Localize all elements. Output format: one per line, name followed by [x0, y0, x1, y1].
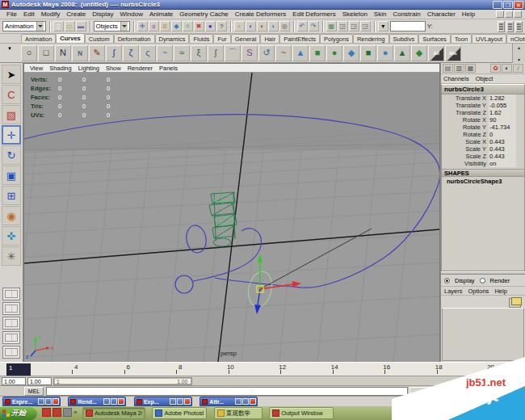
shelf-tool-icon[interactable]: ■ — [360, 45, 376, 61]
file-operation-icon[interactable]: ▭ — [65, 21, 75, 32]
maximize-icon[interactable] — [177, 398, 183, 405]
viewport-canvas[interactable]: y x z Verts: 0 0 0 — [24, 73, 439, 362]
toolbox-tool-icon[interactable]: ✳ — [2, 246, 21, 266]
restore-icon[interactable] — [235, 398, 242, 405]
maximize-icon[interactable] — [242, 398, 249, 405]
shelf-tool-icon[interactable]: ○ — [21, 45, 37, 61]
range-slider-bar[interactable]: 1 1.00 — [53, 377, 192, 385]
shelf-tab[interactable]: Hair — [260, 34, 279, 43]
display-radio[interactable] — [444, 278, 450, 284]
menu-item[interactable]: Help — [459, 10, 478, 18]
layer-editor-menu-item[interactable]: Help — [494, 288, 506, 295]
panel-menu-item[interactable]: View — [27, 65, 46, 72]
render-icon[interactable]: ◲ — [349, 21, 359, 32]
render-radio[interactable] — [480, 278, 485, 284]
timeline-tick[interactable]: 14 — [285, 363, 334, 376]
minimized-window[interactable]: Attr... — [200, 397, 258, 406]
menu-item[interactable]: Character — [424, 10, 459, 18]
channel-option-icon[interactable]: ◐ — [502, 64, 512, 73]
layout-two-pane-button[interactable] — [2, 317, 20, 330]
timeline-tick[interactable]: 22 — [494, 363, 525, 376]
selection-mask-icon[interactable]: ƨ — [149, 21, 159, 32]
toolbox-tool-icon[interactable]: ▣ — [2, 166, 21, 185]
channel-display-toggle-icon[interactable]: ▦ — [465, 64, 476, 73]
shelf-tool-icon[interactable]: ∫ — [208, 45, 224, 61]
minimized-window[interactable]: Rend... — [68, 397, 126, 406]
shelf-tab[interactable]: UVLayout — [472, 34, 506, 43]
toolbox-tool-icon[interactable]: ✜ — [2, 226, 21, 246]
current-frame-marker[interactable]: 1 — [6, 363, 31, 376]
menu-item[interactable]: Skeleton — [339, 10, 371, 18]
shelf-tool-icon[interactable]: ▲ — [394, 45, 410, 61]
toolbox-tool-icon[interactable]: ↻ — [2, 145, 21, 165]
channel-option-icon[interactable]: / — [513, 64, 523, 73]
overflow-chevron-icon[interactable]: » — [74, 409, 77, 416]
shelf-tool-icon[interactable]: ≈ — [174, 45, 190, 61]
layout-four-pane-button[interactable] — [2, 302, 20, 315]
shelf-tool-icon[interactable]: ↺ — [258, 45, 275, 61]
selection-mask-icon[interactable]: ● — [205, 21, 216, 32]
channel-attribute-row[interactable]: Rotate X 90 — [442, 116, 524, 124]
construction-history-icon[interactable]: ↶ — [297, 21, 308, 32]
channel-attribute-row[interactable]: Translate X 1.282 — [442, 94, 524, 102]
channel-attribute-value[interactable]: -41.734 — [489, 124, 516, 131]
menu-item[interactable]: Constrain — [389, 10, 423, 18]
shelf-tab[interactable]: Custom — [85, 34, 114, 43]
shelf-tab[interactable]: Subdivs — [389, 34, 419, 43]
timeline-tick[interactable]: 18 — [389, 363, 438, 376]
shape-name[interactable]: nurbsCircleShape3 — [442, 177, 524, 185]
timeline-tick[interactable]: 6 — [77, 363, 125, 376]
minimized-window[interactable]: Expre... — [2, 397, 61, 406]
shelf-tool-icon[interactable]: ʃ — [106, 45, 122, 61]
snap-mode-icon[interactable]: ◖ — [257, 21, 267, 32]
shelf-tab[interactable]: Fur — [213, 34, 230, 43]
taskbar-task[interactable]: Autodesk Maya 20.. — [82, 407, 145, 419]
menu-item[interactable]: Edit Deformers — [289, 10, 338, 18]
channel-attribute-value[interactable]: 0.443 — [489, 145, 516, 153]
shelf-tool-icon[interactable]: ◆ — [343, 45, 359, 61]
timeline-tick[interactable]: 8 — [128, 363, 177, 376]
snap-mode-icon[interactable]: ◎ — [279, 21, 290, 32]
toolbox-tool-icon[interactable]: C — [2, 85, 21, 104]
shelf-tool-icon[interactable]: ζ — [123, 45, 139, 61]
numeric-input[interactable] — [390, 21, 426, 32]
shelf-tool-icon[interactable]: ξ — [191, 45, 207, 61]
new-layer-icon[interactable] — [511, 297, 522, 305]
timeline-tick[interactable]: 12 — [233, 363, 281, 376]
panel-menu-item[interactable]: Lighting — [75, 65, 103, 72]
mel-language-button[interactable]: MEL — [24, 387, 44, 396]
close-icon[interactable] — [250, 398, 256, 405]
object-name-bar[interactable]: nurbsCircle3 — [442, 85, 524, 94]
shelf-tool-icon[interactable]: ~ — [157, 45, 173, 61]
maximize-button[interactable]: ❐ — [503, 1, 513, 9]
selection-mask-icon[interactable]: Ƨ — [160, 21, 170, 32]
restore-icon[interactable] — [170, 398, 176, 405]
channel-attribute-value[interactable]: 1.62 — [489, 109, 516, 116]
restore-icon[interactable] — [103, 398, 110, 405]
menu-item[interactable]: Skin — [371, 10, 390, 18]
layout-three-pane-button[interactable] — [2, 331, 20, 344]
selection-mask-icon[interactable]: ⌗ — [183, 21, 193, 32]
shelf-tool-icon[interactable]: ◆ — [411, 45, 427, 61]
shelf-tab[interactable]: Polygons — [320, 34, 353, 43]
taskbar-task[interactable]: 直观数学 — [214, 407, 262, 419]
layer-editor-menu-item[interactable]: Layers — [444, 288, 463, 295]
menu-item[interactable]: Window — [117, 10, 146, 18]
close-icon[interactable] — [118, 398, 124, 405]
toolbox-tool-icon[interactable]: ➤ — [2, 65, 21, 84]
start-button[interactable]: 开始 — [0, 406, 37, 420]
panel-menu-item[interactable]: Renderer — [124, 65, 156, 72]
selection-mask-icon[interactable]: ✛ — [137, 21, 148, 32]
channel-attribute-row[interactable]: Rotate Z 0 — [442, 131, 524, 138]
shelf-tool-icon[interactable]: ɴ — [72, 45, 88, 61]
channel-display-toggle-icon[interactable]: ▥ — [454, 64, 464, 73]
taskbar-task[interactable]: Output Window — [269, 407, 334, 419]
channel-attribute-value[interactable]: 0 — [489, 131, 516, 138]
menu-item[interactable]: Create Deformers — [232, 10, 290, 18]
channel-attribute-value[interactable]: -0.055 — [489, 102, 516, 109]
channel-attribute-value[interactable]: 90 — [489, 116, 516, 124]
timeline-tick[interactable]: 20 — [441, 363, 489, 376]
timeline-tick[interactable]: 4 — [24, 363, 73, 376]
layout-outliner-button[interactable] — [2, 346, 20, 359]
shelf-menu-icon[interactable]: ▾ — [2, 45, 18, 52]
